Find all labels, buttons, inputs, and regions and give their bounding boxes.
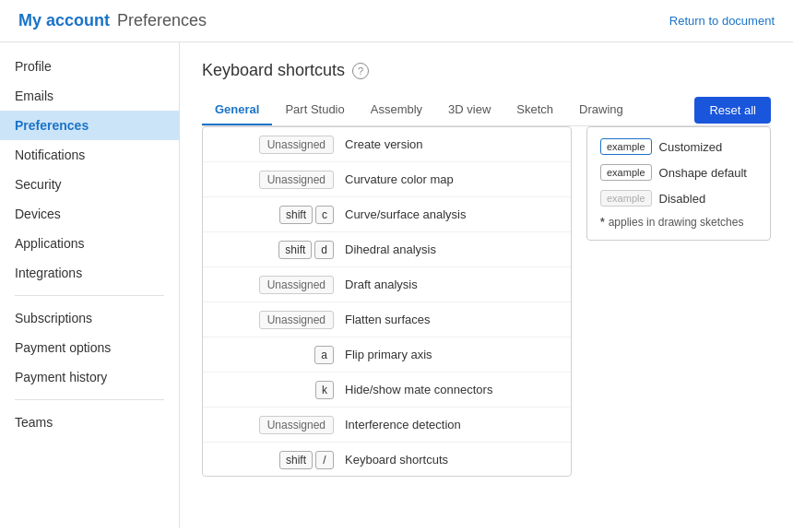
- key-badge: shift: [279, 206, 313, 224]
- shortcut-keys: Unassigned: [214, 276, 334, 294]
- shortcut-label: Create version: [345, 137, 560, 151]
- legend-box: example Customized example Onshape defau…: [586, 126, 771, 241]
- shortcut-keys: Unassigned: [214, 311, 334, 329]
- sidebar-item-applications[interactable]: Applications: [0, 229, 179, 258]
- my-account-label[interactable]: My account: [18, 11, 110, 30]
- layout: ProfileEmailsPreferencesNotificationsSec…: [0, 42, 793, 528]
- unassigned-key[interactable]: Unassigned: [259, 171, 334, 189]
- shortcut-label: Draft analysis: [345, 278, 560, 291]
- legend-row-2: example Disabled: [600, 190, 757, 207]
- shortcut-label: Flip primary axis: [345, 348, 560, 361]
- shortcuts-list[interactable]: UnassignedCreate versionUnassignedCurvat…: [202, 126, 572, 477]
- shortcut-row: shiftcCurve/surface analysis: [203, 197, 571, 232]
- shortcut-row: UnassignedFlatten surfaces: [203, 302, 571, 337]
- legend-note: * applies in drawing sketches: [600, 216, 757, 229]
- main-content: Keyboard shortcuts ? GeneralPart StudioA…: [180, 42, 793, 528]
- legend-row-0: example Customized: [600, 138, 757, 155]
- unassigned-key[interactable]: Unassigned: [259, 416, 334, 434]
- shortcut-keys: shiftc: [214, 206, 334, 224]
- legend-key-disabled: example: [600, 190, 652, 207]
- legend-description-default: Onshape default: [659, 166, 747, 180]
- shortcut-row: shiftdDihedral analysis: [203, 232, 571, 267]
- shortcut-label: Curvature color map: [345, 172, 560, 186]
- key-badge: shift: [279, 451, 313, 469]
- reset-all-button[interactable]: Reset all: [694, 97, 771, 124]
- shortcut-keys: k: [214, 381, 334, 399]
- header: My account Preferences Return to documen…: [0, 0, 793, 42]
- shortcut-row: kHide/show mate connectors: [203, 372, 571, 408]
- tab-3d_view[interactable]: 3D view: [435, 95, 503, 125]
- unassigned-key[interactable]: Unassigned: [259, 311, 334, 329]
- header-section-label: Preferences: [117, 11, 207, 30]
- shortcut-keys: Unassigned: [214, 171, 334, 189]
- sidebar-item-subscriptions[interactable]: Subscriptions: [0, 303, 179, 333]
- key-badge: a: [314, 346, 334, 364]
- sidebar-item-profile[interactable]: Profile: [0, 52, 179, 81]
- shortcut-row: UnassignedInterference detection: [203, 408, 571, 443]
- legend-note-text: applies in drawing sketches: [609, 216, 744, 229]
- key-badge: k: [315, 381, 334, 399]
- tab-assembly[interactable]: Assembly: [358, 95, 435, 125]
- shortcut-row: aFlip primary axis: [203, 337, 571, 372]
- sidebar-item-payment_history[interactable]: Payment history: [0, 362, 179, 392]
- tab-drawing[interactable]: Drawing: [566, 95, 636, 125]
- shortcut-label: Interference detection: [345, 418, 560, 432]
- page-title-row: Keyboard shortcuts ?: [202, 61, 771, 80]
- shortcut-label: Curve/surface analysis: [345, 207, 560, 221]
- shortcut-label: Flatten surfaces: [345, 313, 560, 326]
- sidebar-item-payment_options[interactable]: Payment options: [0, 333, 179, 362]
- tabs-row: GeneralPart StudioAssembly3D viewSketchD…: [202, 95, 771, 126]
- tab-general[interactable]: General: [202, 95, 272, 125]
- shortcut-row: UnassignedDraft analysis: [203, 267, 571, 302]
- shortcut-label: Hide/show mate connectors: [345, 383, 560, 396]
- key-badge: shift: [278, 241, 312, 259]
- help-icon[interactable]: ?: [352, 63, 369, 79]
- key-badge: c: [315, 206, 334, 224]
- sidebar-item-notifications[interactable]: Notifications: [0, 140, 179, 170]
- shortcut-row: UnassignedCurvature color map: [203, 162, 571, 197]
- sidebar-item-security[interactable]: Security: [0, 170, 179, 199]
- legend-key-customized: example: [600, 138, 652, 155]
- shortcut-keys: Unassigned: [214, 136, 334, 154]
- shortcut-keys: shift/: [214, 451, 334, 469]
- tab-sketch[interactable]: Sketch: [503, 95, 566, 125]
- legend-description-disabled: Disabled: [659, 192, 706, 206]
- shortcut-row: UnassignedCreate version: [203, 127, 571, 162]
- legend-note-star: *: [600, 216, 605, 229]
- shortcut-keys: Unassigned: [214, 416, 334, 434]
- legend-key-default: example: [600, 164, 652, 181]
- sidebar-item-preferences[interactable]: Preferences: [0, 111, 179, 140]
- sidebar: ProfileEmailsPreferencesNotificationsSec…: [0, 42, 180, 528]
- shortcut-label: Dihedral analysis: [345, 242, 560, 256]
- tab-part_studio[interactable]: Part Studio: [272, 95, 357, 125]
- shortcut-keys: shiftd: [214, 241, 334, 259]
- header-left: My account Preferences: [18, 11, 207, 30]
- content-area: UnassignedCreate versionUnassignedCurvat…: [202, 126, 771, 477]
- key-badge: d: [314, 241, 334, 259]
- legend-row-1: example Onshape default: [600, 164, 757, 181]
- sidebar-item-emails[interactable]: Emails: [0, 81, 179, 111]
- shortcut-keys: a: [214, 346, 334, 364]
- sidebar-item-teams[interactable]: Teams: [0, 408, 179, 437]
- unassigned-key[interactable]: Unassigned: [259, 276, 334, 294]
- legend-description-customized: Customized: [659, 140, 723, 154]
- page-title: Keyboard shortcuts: [202, 61, 345, 80]
- sidebar-item-devices[interactable]: Devices: [0, 199, 179, 229]
- unassigned-key[interactable]: Unassigned: [259, 136, 334, 154]
- return-to-document-link[interactable]: Return to document: [669, 14, 775, 28]
- shortcut-row: shift/Keyboard shortcuts: [203, 443, 571, 477]
- sidebar-item-integrations[interactable]: Integrations: [0, 258, 179, 288]
- key-badge: /: [315, 451, 334, 469]
- shortcut-label: Keyboard shortcuts: [345, 453, 560, 467]
